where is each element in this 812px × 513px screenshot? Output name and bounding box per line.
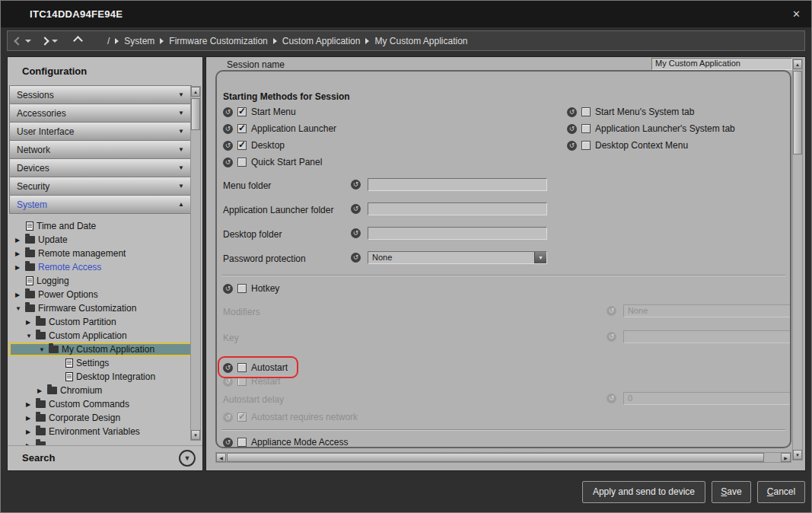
expander-icon[interactable]	[15, 264, 25, 271]
reset-button[interactable]	[351, 180, 361, 190]
tree-item-custom-application[interactable]: Custom Application	[9, 329, 192, 343]
section-security[interactable]: Security	[9, 177, 192, 196]
expander-icon[interactable]	[37, 387, 47, 394]
breadcrumb-item-system[interactable]: System	[124, 36, 154, 46]
tree-item-settings[interactable]: Settings	[9, 356, 192, 370]
tree-item-firmware-customization[interactable]: Firmware Customization	[9, 301, 192, 315]
reset-button[interactable]	[223, 107, 233, 117]
scrollbar-thumb[interactable]	[227, 453, 764, 462]
application-launcher-folder-input[interactable]	[368, 202, 547, 215]
tree-item-my-custom-application[interactable]: My Custom Application	[9, 343, 192, 356]
section-accessories[interactable]: Accessories	[9, 104, 192, 123]
reset-button[interactable]	[223, 124, 233, 134]
breadcrumb-item-firmware-customization[interactable]: Firmware Customization	[169, 36, 267, 46]
sidebar-scrollbar[interactable]	[190, 86, 201, 441]
desktop-folder-input[interactable]	[368, 227, 547, 240]
reset-button[interactable]	[223, 438, 233, 448]
scroll-right-button[interactable]	[781, 453, 791, 462]
expander-icon[interactable]	[26, 319, 36, 326]
tree-item-time-and-date[interactable]: Time and Date	[9, 219, 192, 233]
start-menu-system-tab-checkbox[interactable]	[581, 107, 591, 116]
reset-button[interactable]	[351, 204, 361, 214]
tree-item-label: Remote Access	[38, 262, 101, 272]
modifiers-label: Modifiers	[223, 307, 260, 317]
password-protection-select[interactable]: None	[368, 251, 547, 264]
dropdown-arrow-button[interactable]	[534, 252, 546, 263]
session-name-input[interactable]: My Custom Application	[651, 58, 792, 70]
tree-item-remote-access[interactable]: Remote Access	[9, 260, 192, 274]
expander-icon[interactable]	[15, 305, 25, 312]
reset-button[interactable]	[223, 158, 233, 167]
tree-item-custom-commands[interactable]: Custom Commands	[9, 397, 192, 411]
reset-button[interactable]	[223, 363, 233, 373]
section-user-interface[interactable]: User Interface	[9, 122, 192, 141]
expander-icon[interactable]	[26, 401, 36, 408]
reset-button[interactable]	[567, 141, 577, 151]
section-network[interactable]: Network	[9, 140, 192, 159]
tree-item-chromium[interactable]: Chromium	[9, 384, 192, 397]
application-launcher-checkbox[interactable]	[237, 124, 247, 133]
cancel-button[interactable]: Cancel	[757, 481, 805, 503]
scrollbar-thumb[interactable]	[191, 98, 200, 130]
reset-button[interactable]	[223, 413, 233, 422]
reset-button[interactable]	[223, 284, 233, 294]
reset-button[interactable]	[223, 141, 233, 151]
desktop-checkbox[interactable]	[237, 141, 247, 150]
expander-icon[interactable]	[26, 333, 36, 339]
tree-item-custom-partition[interactable]: Custom Partition	[9, 315, 192, 329]
tree-item-corporate-design[interactable]: Corporate Design	[9, 411, 192, 425]
reset-button[interactable]	[567, 124, 577, 134]
apply-and-send-button[interactable]: Apply and send to device	[582, 481, 705, 503]
expander-icon[interactable]	[15, 237, 25, 244]
scroll-down-button[interactable]	[793, 450, 802, 460]
section-sessions[interactable]: Sessions	[9, 85, 192, 104]
expander-icon[interactable]	[39, 346, 49, 353]
expander-icon[interactable]	[15, 292, 25, 298]
expander-icon[interactable]	[15, 250, 25, 257]
tree-item-update[interactable]: Update	[9, 233, 192, 247]
autostart-checkbox[interactable]	[237, 363, 247, 372]
quick-start-panel-checkbox[interactable]	[237, 158, 247, 167]
tree-item-environment-variables[interactable]: Environment Variables	[9, 425, 192, 438]
reset-button[interactable]	[607, 332, 616, 342]
breadcrumb-item-my-custom-application[interactable]: My Custom Application	[374, 36, 467, 46]
session-name-label: Session name	[227, 59, 285, 70]
main-vertical-scrollbar[interactable]	[792, 59, 803, 460]
title-bar: ITC14DDA94FE94E ✕	[1, 1, 811, 27]
forward-button[interactable]	[42, 38, 58, 44]
search-expand-button[interactable]	[179, 450, 196, 467]
expander-icon[interactable]	[26, 429, 36, 435]
reset-button[interactable]	[607, 394, 616, 403]
reset-button[interactable]	[351, 253, 361, 263]
reset-button[interactable]	[567, 107, 577, 117]
breadcrumb-item-custom-application[interactable]: Custom Application	[282, 36, 361, 46]
scroll-down-button[interactable]	[191, 430, 200, 440]
save-button[interactable]: Save	[712, 481, 751, 503]
tree-item-desktop-integration[interactable]: Desktop Integration	[9, 370, 192, 384]
start-menu-checkbox[interactable]	[237, 107, 247, 116]
hotkey-checkbox[interactable]	[237, 284, 247, 293]
section-system[interactable]: System	[9, 195, 192, 214]
scrollbar-thumb[interactable]	[793, 71, 802, 155]
reset-button[interactable]	[351, 228, 361, 238]
application-launcher-system-tab-checkbox[interactable]	[581, 124, 591, 133]
main-horizontal-scrollbar[interactable]	[215, 452, 791, 463]
close-icon[interactable]: ✕	[792, 8, 801, 20]
scroll-up-button[interactable]	[191, 87, 200, 97]
desktop-context-menu-checkbox[interactable]	[581, 141, 591, 150]
reset-button[interactable]	[223, 377, 233, 387]
tree-item-power-options[interactable]: Power Options	[9, 288, 192, 301]
folder-icon	[36, 400, 46, 408]
back-button[interactable]	[15, 38, 31, 44]
up-button[interactable]	[75, 37, 81, 44]
tree-item-logging[interactable]: Logging	[9, 274, 192, 288]
scroll-left-button[interactable]	[216, 453, 226, 462]
breadcrumb-root[interactable]: /	[107, 36, 110, 46]
reset-button[interactable]	[607, 306, 616, 316]
scroll-up-button[interactable]	[793, 59, 802, 69]
appliance-mode-access-checkbox[interactable]	[237, 438, 247, 447]
tree-item-remote-management[interactable]: Remote management	[9, 247, 192, 260]
menu-folder-input[interactable]	[368, 178, 547, 191]
expander-icon[interactable]	[26, 415, 36, 422]
section-devices[interactable]: Devices	[9, 158, 192, 177]
